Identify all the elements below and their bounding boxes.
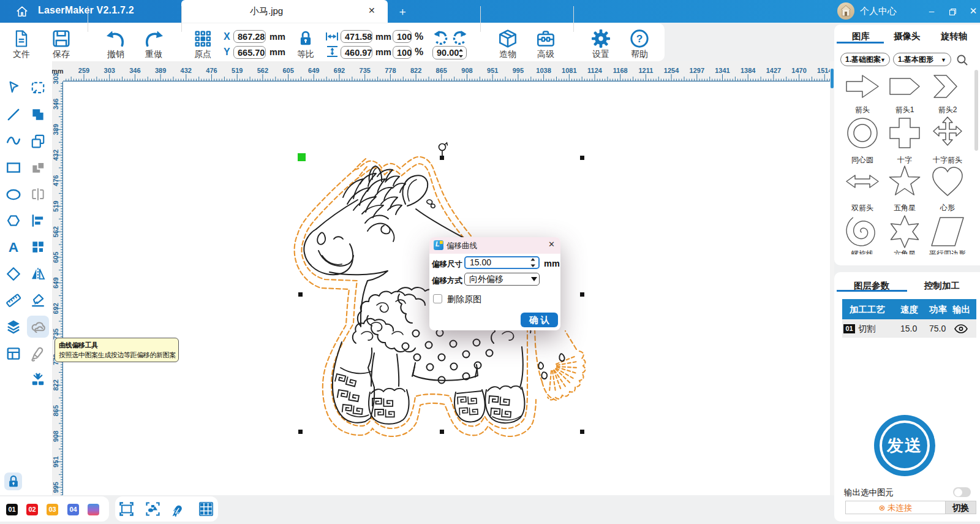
svg-text:303: 303 (52, 73, 59, 84)
svg-text:1470: 1470 (791, 67, 806, 74)
svg-text:1081: 1081 (562, 67, 576, 74)
svg-text:389: 389 (155, 67, 166, 74)
svg-text:735: 735 (360, 67, 371, 74)
svg-text:346: 346 (129, 67, 140, 74)
svg-text:692: 692 (52, 303, 59, 314)
svg-text:476: 476 (206, 67, 217, 74)
svg-text:519: 519 (232, 67, 243, 74)
svg-text:303: 303 (104, 67, 115, 74)
svg-text:865: 865 (436, 67, 447, 74)
svg-text:822: 822 (52, 379, 59, 390)
svg-text:951: 951 (487, 67, 498, 74)
svg-text:995: 995 (52, 482, 59, 493)
svg-text:476: 476 (52, 175, 59, 186)
svg-text:1168: 1168 (613, 67, 628, 74)
svg-text:908: 908 (461, 67, 472, 74)
svg-text:1297: 1297 (690, 67, 704, 74)
svg-text:519: 519 (52, 200, 59, 211)
svg-text:432: 432 (181, 67, 192, 74)
svg-text:649: 649 (52, 277, 59, 288)
svg-text:562: 562 (257, 67, 268, 74)
svg-text:259: 259 (78, 67, 89, 74)
svg-text:346: 346 (52, 99, 59, 110)
svg-text:1038: 1038 (536, 67, 551, 74)
svg-text:1211: 1211 (638, 67, 653, 74)
svg-text:865: 865 (52, 405, 59, 416)
svg-text:1427: 1427 (766, 67, 781, 74)
svg-text:389: 389 (52, 124, 59, 135)
svg-text:432: 432 (52, 150, 59, 161)
svg-text:1254: 1254 (664, 67, 679, 74)
svg-text:605: 605 (282, 67, 293, 74)
svg-text:1124: 1124 (587, 67, 603, 74)
svg-text:605: 605 (52, 252, 59, 263)
svg-text:778: 778 (385, 67, 396, 74)
svg-text:951: 951 (52, 456, 59, 467)
svg-text:A: A (9, 239, 18, 255)
svg-text:908: 908 (52, 431, 59, 442)
svg-text:1384: 1384 (741, 67, 756, 74)
svg-text:649: 649 (308, 67, 319, 74)
svg-text:692: 692 (334, 67, 345, 74)
svg-text:562: 562 (52, 226, 59, 237)
svg-text:822: 822 (410, 67, 421, 74)
svg-text:1341: 1341 (715, 67, 729, 74)
svg-text:995: 995 (513, 67, 524, 74)
